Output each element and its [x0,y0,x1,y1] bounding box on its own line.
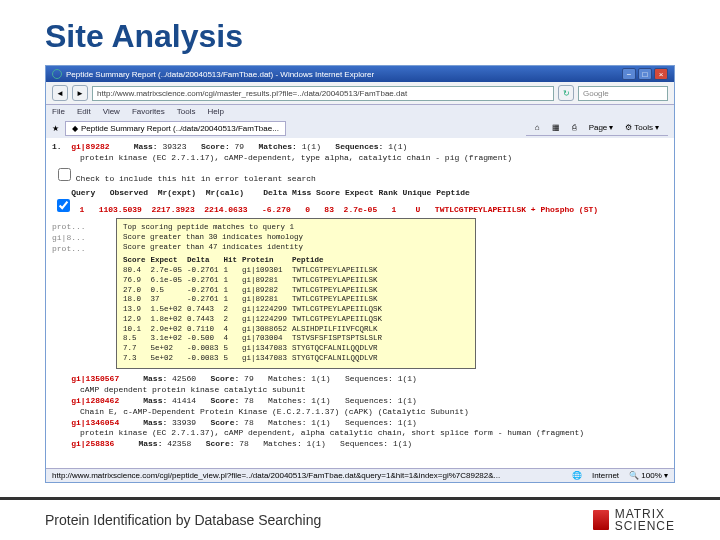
page-menu[interactable]: Page ▾ [586,122,617,133]
window-title: Peptide Summary Report (../data/20040513… [66,70,374,79]
back-button[interactable]: ◄ [52,85,68,101]
window-titlebar: Peptide Summary Report (../data/20040513… [46,66,674,82]
tab-bar: ★ ◆ Peptide Summary Report (../data/2004… [46,118,674,138]
zone-icon: 🌐 [572,471,582,480]
status-url: http://www.matrixscience.com/cgi/peptide… [52,471,500,480]
search-box[interactable]: Google [578,86,668,101]
status-bar: http://www.matrixscience.com/cgi/peptide… [46,468,674,482]
query-checkbox[interactable] [57,199,70,212]
browser-tab[interactable]: ◆ Peptide Summary Report (../data/200405… [65,121,286,136]
favorites-icon[interactable]: ★ [52,124,59,133]
refresh-button[interactable]: ↻ [558,85,574,101]
page-content: 1. gi|89282 Mass: 39323 Score: 79 Matche… [46,138,674,468]
score-popup: Top scoring peptide matches to query 1 S… [116,218,476,369]
matrix-logo: MATRIXSCIENCE [593,508,675,532]
peptide-table-header: Query Observed Mr(expt) Mr(calc) Delta M… [52,188,668,199]
tab-icon: ◆ [72,124,78,133]
logo-mark [593,510,609,530]
menu-help[interactable]: Help [207,107,223,116]
nav-toolbar: ◄ ► http://www.matrixscience.com/cgi/mas… [46,82,674,105]
ie-icon [52,69,62,79]
minimize-button[interactable]: − [622,68,636,80]
menu-view[interactable]: View [103,107,120,116]
menu-tools[interactable]: Tools [177,107,196,116]
home-button[interactable]: ⌂ [532,122,543,133]
error-tolerant-checkbox[interactable] [58,168,71,181]
slide-footer: Protein Identification by Database Searc… [0,497,720,540]
browser-window: Peptide Summary Report (../data/20040513… [45,65,675,483]
peptide-seq: TWTLCGTPEYLAPEIILSK + Phospho (ST) [435,205,598,214]
accession-link[interactable]: gi|89282 [71,142,109,151]
security-zone: Internet [592,471,619,480]
maximize-button[interactable]: □ [638,68,652,80]
query-link[interactable]: 1 [79,205,84,214]
tab-label: Peptide Summary Report (../data/20040513… [81,124,279,133]
protein-desc: protein kinase (EC 2.7.1.17), cAMP-depen… [52,153,668,164]
zoom-level[interactable]: 🔍 100% ▾ [629,471,668,480]
menu-favorites[interactable]: Favorites [132,107,165,116]
close-button[interactable]: × [654,68,668,80]
menu-edit[interactable]: Edit [77,107,91,116]
forward-button[interactable]: ► [72,85,88,101]
print-button[interactable]: ⎙ [569,122,580,133]
menu-bar: File Edit View Favorites Tools Help [46,105,674,118]
feeds-button[interactable]: ▦ [549,122,563,133]
popup-table: ScoreExpectDeltaHitProteinPeptide80.42.7… [123,256,387,363]
peptide-row: 1 1103.5039 2217.3923 2214.0633 -6.270 0… [52,199,668,216]
menu-file[interactable]: File [52,107,65,116]
address-bar[interactable]: http://www.matrixscience.com/cgi/master_… [92,86,554,101]
slide-title: Site Analysis [0,0,720,65]
tools-menu[interactable]: ⚙ Tools ▾ [622,122,662,133]
